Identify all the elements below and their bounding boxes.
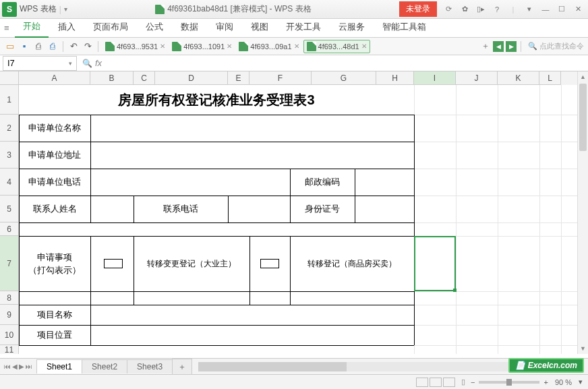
chevron-down-icon[interactable]: ▾ (69, 60, 72, 67)
save-icon[interactable]: ▪ (18, 40, 30, 53)
select-all-corner[interactable] (0, 71, 19, 85)
col-G[interactable]: G (312, 71, 376, 85)
view-page-icon[interactable] (430, 378, 442, 387)
command-search[interactable]: 🔍 点此查找命令 (528, 41, 584, 51)
zoom-out-icon[interactable]: − (471, 378, 475, 386)
sheet-next-icon[interactable]: ▶ (19, 363, 24, 370)
fx-label[interactable]: fx (95, 58, 102, 68)
col-D[interactable]: D (155, 71, 228, 85)
print-icon[interactable]: ⎙ (32, 40, 45, 53)
row-2[interactable]: 2 (0, 115, 19, 142)
view-normal-icon[interactable] (416, 378, 428, 387)
maximize-icon[interactable]: ☐ (554, 3, 569, 16)
tab-next-icon[interactable]: ▶ (506, 41, 517, 52)
settings-icon[interactable]: ✿ (457, 3, 472, 16)
menu-view[interactable]: 视图 (243, 18, 276, 37)
menu-data[interactable]: 数据 (173, 18, 206, 37)
row-4[interactable]: 4 (0, 169, 19, 196)
sheet-tab-0[interactable]: Sheet1 (36, 359, 82, 373)
col-J[interactable]: J (456, 71, 498, 85)
sheet-last-icon[interactable]: ⏭ (26, 363, 32, 370)
menu-start[interactable]: 开始 (15, 17, 49, 38)
menu-review[interactable]: 审阅 (208, 18, 241, 37)
lbl-project-loc: 项目位置 (19, 325, 90, 345)
row-7[interactable]: 7 (0, 236, 19, 291)
file-menu-icon[interactable]: ≡ (4, 23, 9, 37)
col-E[interactable]: E (228, 71, 249, 85)
doc-tab-3[interactable]: 4f693...48d1✕ (303, 40, 370, 53)
menu-dev[interactable]: 开发工具 (278, 18, 329, 37)
lbl-project-name: 项目名称 (19, 305, 90, 325)
menu-cloud[interactable]: 云服务 (330, 18, 373, 37)
undo-icon[interactable]: ↶ (67, 40, 80, 53)
col-C[interactable]: C (134, 71, 155, 85)
close-icon[interactable]: ✕ (294, 42, 299, 50)
help-icon[interactable]: ? (490, 3, 504, 16)
tab-prev-icon[interactable]: ◀ (493, 41, 504, 52)
col-A[interactable]: A (19, 71, 90, 85)
view-break-icon[interactable] (443, 378, 455, 387)
col-L[interactable]: L (539, 71, 561, 85)
preview-icon[interactable]: ⎙ (47, 40, 59, 53)
search-fn-icon[interactable]: 🔍 (82, 59, 92, 68)
skin-icon[interactable]: ▯▸ (473, 3, 488, 16)
sheet-tab-1[interactable]: Sheet2 (82, 359, 127, 373)
sheet-first-icon[interactable]: ⏮ (4, 363, 11, 370)
close-icon[interactable]: ✕ (227, 42, 232, 50)
document-icon (155, 5, 165, 14)
doc-tab-1[interactable]: 4f693...1091✕ (169, 40, 235, 53)
row-3[interactable]: 3 (0, 142, 19, 169)
close-icon[interactable]: ✕ (361, 42, 367, 50)
formula-input[interactable] (106, 57, 588, 70)
col-H[interactable]: H (376, 71, 414, 85)
zoom-value[interactable]: 90 % (555, 378, 572, 386)
view-sep: ▯ (461, 378, 465, 386)
new-tab-icon[interactable]: ＋ (480, 41, 491, 52)
checkbox-1[interactable] (104, 259, 123, 268)
sync-icon[interactable]: ⟳ (441, 3, 456, 16)
vertical-scrollbar[interactable]: ▲ ▼ (577, 71, 588, 354)
doc-icon (105, 42, 115, 51)
menu-insert[interactable]: 插入 (50, 18, 84, 37)
login-button[interactable]: 未登录 (399, 1, 437, 17)
open-icon[interactable]: ▭ (4, 40, 16, 53)
window-controls: ⟳ ✿ ▯▸ ? | ▾ — ☐ ✕ (441, 3, 585, 16)
name-box[interactable]: I7 ▾ (3, 56, 77, 71)
row-9[interactable]: 9 (0, 305, 19, 325)
minimize-icon[interactable]: — (538, 3, 553, 16)
collapse-icon[interactable]: ▾ (522, 3, 537, 16)
sheet-prev-icon[interactable]: ◀ (12, 363, 18, 370)
scroll-thumb[interactable] (579, 84, 587, 151)
row-6[interactable]: 6 (0, 222, 19, 236)
close-icon[interactable]: ✕ (570, 3, 585, 16)
zoom-slider[interactable] (479, 381, 539, 384)
col-B[interactable]: B (90, 71, 134, 85)
row-10[interactable]: 10 (0, 325, 19, 345)
row-5[interactable]: 5 (0, 196, 19, 222)
zoom-in-icon[interactable]: + (543, 378, 548, 386)
checkbox-2[interactable] (260, 259, 279, 268)
doc-tab-2[interactable]: 4f693...09a1✕ (236, 40, 301, 53)
window-title: 4f69361bab48d1 [兼容模式] - WPS 表格 (67, 3, 399, 15)
menu-smarttools[interactable]: 智能工具箱 (374, 18, 434, 37)
row-1[interactable]: 1 (0, 85, 19, 115)
menu-layout[interactable]: 页面布局 (85, 18, 136, 37)
scroll-down-icon[interactable]: ▼ (578, 343, 588, 354)
sheet-tab-add[interactable]: ＋ (172, 359, 192, 375)
row-11[interactable]: 11 (0, 345, 19, 354)
grid[interactable]: 房屋所有权登记核准业务受理表3 申请单位名称 申请单位地址 申请单位电话 邮政编… (19, 85, 577, 354)
col-F[interactable]: F (249, 71, 312, 85)
sheet-tabs: ⏮ ◀ ▶ ⏭ Sheet1 Sheet2 Sheet3 ＋ ▶ (0, 358, 588, 374)
spreadsheet[interactable]: A B C D E F G H I J K L 1 2 3 4 5 6 7 8 … (0, 71, 588, 354)
doc-tab-0[interactable]: 4f693...9531✕ (102, 40, 168, 53)
hscroll-thumb[interactable] (198, 362, 347, 371)
sheet-tab-2[interactable]: Sheet3 (127, 359, 173, 373)
col-K[interactable]: K (498, 71, 539, 85)
row-8[interactable]: 8 (0, 291, 19, 305)
close-icon[interactable]: ✕ (160, 42, 165, 50)
scroll-up-icon[interactable]: ▲ (578, 71, 588, 82)
zoom-menu-icon[interactable]: ▾ (579, 378, 583, 386)
redo-icon[interactable]: ↷ (82, 40, 94, 53)
col-I[interactable]: I (414, 71, 456, 85)
menu-formula[interactable]: 公式 (138, 18, 171, 37)
